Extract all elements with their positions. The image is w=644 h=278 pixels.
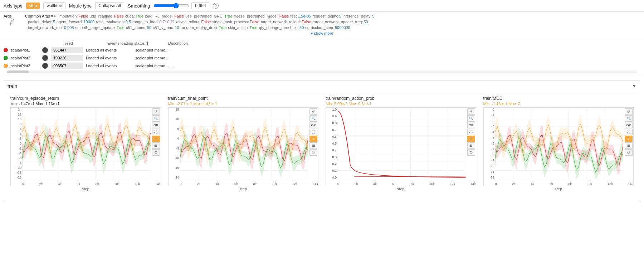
chart-button-0[interactable]: ↺ (625, 108, 633, 115)
train-header[interactable]: train ▼ (3, 81, 641, 92)
show-more-button[interactable]: ▾ show more (0, 30, 644, 36)
chart-inner (495, 109, 624, 179)
param-value: True (224, 14, 232, 18)
run-toggle-button[interactable] (42, 55, 48, 61)
x-label: 2k (197, 182, 200, 186)
step-button[interactable]: step (26, 3, 40, 9)
chart-button-4[interactable]: T (309, 136, 317, 142)
y-label: 10 (18, 117, 21, 121)
chart-button-5[interactable]: ▦ (152, 142, 160, 149)
x-label: 2k (355, 182, 358, 186)
chart-button-4[interactable]: T (152, 136, 160, 142)
chart-button-3[interactable]: ⛶ (152, 129, 160, 135)
chart-button-3[interactable]: ⛶ (625, 129, 633, 135)
collapse-all-button[interactable]: Collapse All (95, 2, 124, 9)
chart-button-0[interactable]: ↺ (152, 108, 160, 115)
run-seed-input[interactable] (51, 63, 83, 69)
chart-minmax: Min: 5.00e-2 Max: 9.81e-1 (326, 102, 476, 106)
args-section: Args Common Args => imputation: Falseudp… (0, 12, 644, 38)
x-label: 10k (114, 182, 119, 186)
chart-button-6[interactable]: ⬡ (309, 149, 317, 156)
chart-button-6[interactable]: ⬡ (152, 149, 160, 156)
chart-button-2[interactable]: OP (152, 122, 160, 128)
param-name: load_RL_model: (145, 14, 174, 18)
param-value: 1.5e-05 (298, 14, 311, 18)
col-desc-header: Description (168, 41, 188, 45)
y-axis: 1.00.90.80.70.60.50.40.30.20.10.0 (326, 108, 337, 179)
run-seed-input[interactable] (51, 47, 83, 53)
chart-button-0[interactable]: ↺ (309, 108, 317, 115)
chart-container-1: train/cum_final_pointMin: -2.07e+1 Max: … (165, 96, 322, 198)
x-label: 14k (313, 182, 318, 186)
x-label: 12k (292, 182, 298, 186)
param-value: 50 (147, 25, 151, 30)
chart-button-4[interactable]: T (625, 136, 633, 142)
chart-button-5[interactable]: ▦ (625, 142, 633, 149)
runs-section: seed Events loading status ℹ Description… (0, 38, 644, 77)
run-status: Loaded all events (86, 48, 132, 52)
chart-button-5[interactable]: ▦ (309, 142, 317, 149)
chart-button-3[interactable]: ⛶ (309, 129, 317, 135)
chart-button-5[interactable]: ▦ (467, 142, 475, 149)
y-label: 5 (177, 127, 179, 131)
chart-button-1[interactable]: 🔍 (309, 115, 317, 122)
smoothing-slider-container: 0.656 (153, 2, 209, 9)
args-label: Args (4, 14, 25, 18)
toolbar: Axis type step walltime Metric type Coll… (0, 0, 644, 12)
chart-button-1[interactable]: 🔍 (467, 115, 475, 122)
run-toggle-button[interactable] (42, 63, 48, 69)
x-label: 0 (495, 182, 497, 186)
param-name: request_delay: (312, 14, 338, 18)
chart-button-4[interactable]: T (467, 136, 475, 142)
y-label: -2 (19, 147, 21, 150)
chart-button-2[interactable]: OP (309, 122, 317, 128)
param-name: random_replay_drop: (181, 25, 218, 30)
x-label: 0 (337, 182, 339, 186)
x-axis: 02k4k6k8k10k12k14k (495, 182, 634, 186)
run-row: scalarPlot1Loaded all eventsscalar plot … (4, 47, 640, 53)
help-icon[interactable]: ? (213, 3, 219, 9)
x-label: 14k (470, 182, 476, 186)
chart-button-6[interactable]: ⬡ (467, 149, 475, 156)
y-label: -9 (491, 158, 494, 162)
chart-button-6[interactable]: ⬡ (625, 149, 633, 156)
chart-title: train/cum_final_point (168, 96, 319, 101)
run-seed-input[interactable] (51, 55, 83, 61)
param-value: False (279, 14, 289, 18)
param-item: smooth_target_update: True (75, 25, 125, 30)
y-label: -12 (489, 176, 494, 179)
x-label: 4k (216, 182, 219, 186)
y-label: -1 (491, 113, 494, 117)
scrollbar[interactable] (7, 70, 637, 73)
y-label: 0.9 (332, 114, 337, 118)
chart-area: 14121086420-2-4-6-8-10-12-1602k4k6k8k10k… (10, 107, 161, 186)
chart-area: 151050-5-10-15-2002k4k6k8k10k12k14k↺🔍OP⛶… (168, 107, 319, 186)
y-label: -11 (489, 170, 494, 174)
param-name: smooth_target_update: (75, 25, 116, 30)
smoothing-value: 0.656 (191, 2, 209, 9)
chart-button-2[interactable]: OP (467, 122, 475, 128)
x-label: 14k (155, 182, 161, 186)
walltime-button[interactable]: walltime (43, 2, 65, 9)
y-label: -2 (491, 119, 494, 123)
run-toggle-button[interactable] (42, 47, 48, 53)
runs-header: seed Events loading status ℹ Description (4, 41, 640, 45)
run-color-dot (4, 48, 8, 52)
x-label: 10k (272, 182, 277, 186)
chart-button-2[interactable]: OP (625, 122, 633, 128)
param-item: ratio_evaluation: 0.5 (96, 20, 131, 24)
chart-title: train/cum_episode_return (10, 96, 161, 101)
y-label: -4 (19, 151, 21, 155)
chart-button-3[interactable]: ⛶ (467, 129, 475, 135)
smoothing-slider[interactable] (153, 3, 189, 9)
y-label: -12 (17, 171, 21, 174)
chart-button-1[interactable]: 🔍 (625, 115, 633, 122)
y-label: 12 (18, 113, 21, 116)
chart-button-0[interactable]: ↺ (467, 108, 475, 115)
param-name: single_task_process: (212, 20, 249, 24)
y-label: 2 (20, 137, 21, 140)
chart-button-1[interactable]: 🔍 (152, 115, 160, 122)
args-seed-label: seed (4, 20, 28, 24)
y-axis: 14121086420-2-4-6-8-10-12-16 (11, 108, 22, 179)
run-status: Loaded all events (86, 56, 132, 60)
